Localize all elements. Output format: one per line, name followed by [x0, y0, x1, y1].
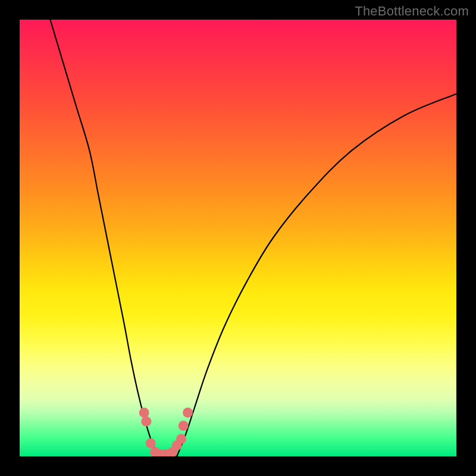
series-left-curve [50, 20, 157, 456]
curve-layer [50, 20, 456, 456]
chart-frame: TheBottleneck.com [0, 0, 476, 476]
marker-point [141, 416, 151, 427]
marker-point [178, 421, 189, 431]
marker-point [183, 408, 193, 418]
marker-layer [139, 408, 193, 456]
marker-point [139, 408, 149, 418]
chart-svg [20, 20, 456, 456]
series-right-curve [177, 94, 456, 456]
marker-point [176, 434, 186, 444]
plot-area [20, 20, 456, 456]
marker-point [146, 438, 156, 448]
watermark-text: TheBottleneck.com [355, 4, 469, 19]
